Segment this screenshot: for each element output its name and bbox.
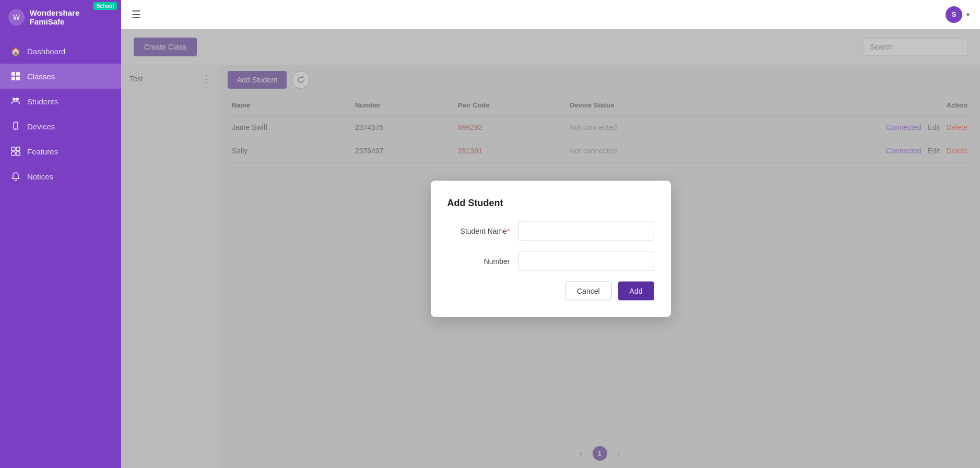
sidebar-nav: 🏠 Dashboard Classes [0,34,121,193]
app-name: Wondershare FamiSafe [30,8,113,26]
sidebar-item-features[interactable]: Features [0,139,121,164]
sidebar-item-classes[interactable]: Classes [0,64,121,89]
notices-icon [10,171,21,182]
modal-title: Add Student [447,197,654,208]
modal-actions: Cancel Add [447,281,654,300]
cancel-button[interactable]: Cancel [565,281,612,300]
svg-point-5 [16,98,19,101]
logo-area: W Wondershare FamiSafe School [0,0,121,34]
number-input[interactable] [518,251,654,271]
sidebar-item-label-students: Students [27,97,58,106]
svg-point-7 [15,128,16,129]
sidebar-item-label-classes: Classes [27,72,55,81]
number-row: Number [447,251,654,271]
page-content: Create Class Test ⋮ Add Student [121,29,980,468]
hamburger-menu[interactable]: ☰ [132,8,141,21]
sidebar-item-notices[interactable]: Notices [0,164,121,189]
svg-rect-10 [11,152,15,155]
svg-rect-9 [16,147,20,151]
svg-rect-3 [16,77,20,80]
sidebar-item-label-features: Features [27,147,58,156]
classes-icon [10,71,21,81]
devices-icon [10,121,21,131]
student-name-label: Student Name* [447,226,510,235]
logo-icon: W [8,9,25,26]
features-icon [10,146,21,157]
topbar: ☰ S ▾ [121,0,980,29]
avatar[interactable]: S [946,6,962,23]
sidebar-item-label-devices: Devices [27,122,55,131]
sidebar-item-label-dashboard: Dashboard [27,47,65,56]
number-label: Number [447,257,510,265]
main-wrapper: ☰ S ▾ Create Class Test ⋮ Add Studen [121,0,980,468]
sidebar-item-devices[interactable]: Devices [0,114,121,139]
dashboard-icon: 🏠 [10,46,21,56]
svg-point-4 [13,98,16,101]
sidebar-item-label-notices: Notices [27,172,53,181]
user-menu-chevron[interactable]: ▾ [966,11,970,18]
student-name-row: Student Name* [447,221,654,241]
svg-rect-8 [11,147,15,151]
svg-rect-0 [11,72,15,76]
svg-rect-11 [16,152,20,155]
topbar-right: S ▾ [946,6,970,23]
students-icon [10,96,21,106]
sidebar: W Wondershare FamiSafe School 🏠 Dashboar… [0,0,121,468]
svg-rect-2 [11,77,15,80]
sidebar-item-dashboard[interactable]: 🏠 Dashboard [0,39,121,64]
student-name-input[interactable] [518,221,654,241]
svg-rect-1 [16,72,20,76]
add-button[interactable]: Add [618,281,654,300]
add-student-modal: Add Student Student Name* Number Cancel … [431,181,671,317]
school-badge: School [93,2,117,10]
sidebar-item-students[interactable]: Students [0,89,121,114]
